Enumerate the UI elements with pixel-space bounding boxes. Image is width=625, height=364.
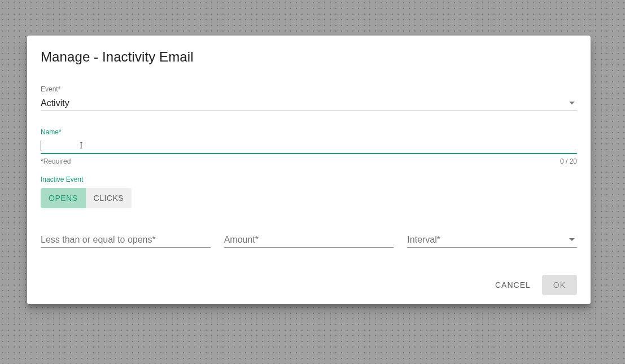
opens-threshold-field[interactable]: Less than or equal to opens* [41,232,211,248]
event-label: Event* [41,85,577,93]
interval-field[interactable]: Interval* [407,232,577,248]
dialog-title: Manage - Inactivity Email [41,49,577,65]
opens-threshold-placeholder: Less than or equal to opens* [41,235,211,245]
amount-field[interactable]: Amount* [224,232,394,248]
char-counter: 0 / 20 [560,157,577,165]
inactive-event-label: Inactive Event [41,176,577,183]
dropdown-icon [569,102,575,104]
inactive-event-section: Inactive Event OPENS CLICKS [41,176,577,208]
toggle-opens[interactable]: OPENS [41,188,86,208]
manage-inactivity-email-dialog: Manage - Inactivity Email Event* Activit… [27,36,591,304]
interval-placeholder: Interval* [407,235,569,245]
name-field: Name* I *Required 0 / 20 [41,128,577,165]
ok-button[interactable]: OK [542,275,577,295]
dialog-actions: CANCEL OK [41,275,577,295]
name-helper-row: *Required 0 / 20 [41,157,577,165]
event-field: Event* Activity [41,85,577,111]
toggle-clicks[interactable]: CLICKS [86,188,132,208]
inactive-event-toggle: OPENS CLICKS [41,188,132,208]
event-select-value: Activity [41,98,569,108]
name-input[interactable] [41,138,577,153]
criteria-row: Less than or equal to opens* Amount* Int… [41,232,577,248]
event-select[interactable]: Activity [41,95,577,111]
required-hint: *Required [41,157,71,165]
name-label: Name* [41,128,577,136]
cancel-button[interactable]: CANCEL [488,275,537,295]
amount-placeholder: Amount* [224,235,394,245]
name-input-wrapper: I [41,138,577,154]
dropdown-icon [569,238,575,241]
